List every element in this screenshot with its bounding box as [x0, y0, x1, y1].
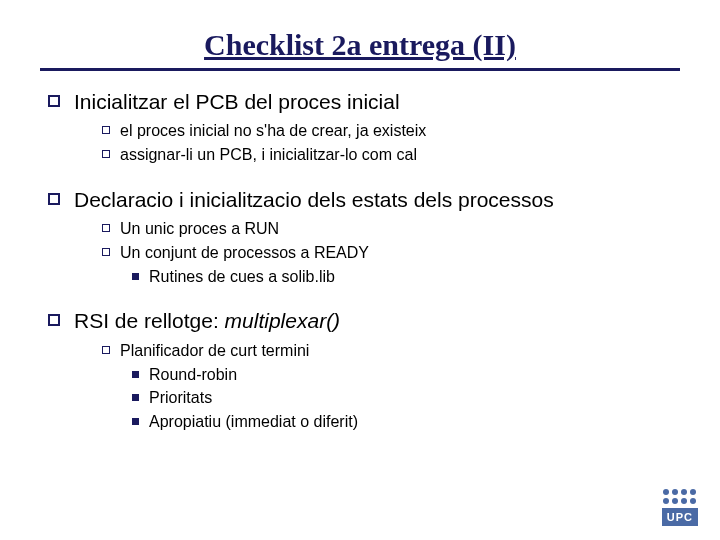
- bullet-level1: Declaracio i inicialitzacio dels estats …: [40, 187, 680, 213]
- bullet-text: Un unic proces a RUN: [120, 219, 279, 240]
- bullet-text: Planificador de curt termini: [120, 341, 309, 362]
- bullet-level2: assignar-li un PCB, i inicialitzar-lo co…: [102, 145, 680, 166]
- upc-logo: UPC: [662, 489, 698, 526]
- bullet-level3: Apropiatiu (immediat o diferit): [132, 412, 680, 433]
- square-bullet-small-icon: [102, 346, 110, 354]
- square-bullet-icon: [48, 314, 60, 326]
- bullet-text: Prioritats: [149, 388, 212, 409]
- filled-square-bullet-icon: [132, 418, 139, 425]
- filled-square-bullet-icon: [132, 394, 139, 401]
- bullet-level2: el proces inicial no s'ha de crear, ja e…: [102, 121, 680, 142]
- bullet-level2: Un conjunt de processos a READY: [102, 243, 680, 264]
- bullet-text: el proces inicial no s'ha de crear, ja e…: [120, 121, 426, 142]
- bullet-level2: Planificador de curt termini: [102, 341, 680, 362]
- square-bullet-small-icon: [102, 224, 110, 232]
- filled-square-bullet-icon: [132, 371, 139, 378]
- bullet-level1: Inicialitzar el PCB del proces inicial: [40, 89, 680, 115]
- bullet-level3: Round-robin: [132, 365, 680, 386]
- bullet-level3: Rutines de cues a solib.lib: [132, 267, 680, 288]
- text-italic: multiplexar(): [225, 309, 341, 332]
- logo-dots-icon: [662, 489, 698, 504]
- bullet-text: RSI de rellotge: multiplexar(): [74, 308, 340, 334]
- bullet-level2: Un unic proces a RUN: [102, 219, 680, 240]
- bullet-text: Declaracio i inicialitzacio dels estats …: [74, 187, 554, 213]
- square-bullet-small-icon: [102, 126, 110, 134]
- bullet-level3: Prioritats: [132, 388, 680, 409]
- bullet-text: assignar-li un PCB, i inicialitzar-lo co…: [120, 145, 417, 166]
- title-rule: [40, 68, 680, 71]
- bullet-level1: RSI de rellotge: multiplexar(): [40, 308, 680, 334]
- square-bullet-small-icon: [102, 150, 110, 158]
- logo-text: UPC: [662, 508, 698, 526]
- slide: Checklist 2a entrega (II) Inicialitzar e…: [0, 0, 720, 456]
- bullet-text: Round-robin: [149, 365, 237, 386]
- bullet-text: Rutines de cues a solib.lib: [149, 267, 335, 288]
- bullet-text: Apropiatiu (immediat o diferit): [149, 412, 358, 433]
- square-bullet-icon: [48, 95, 60, 107]
- slide-title: Checklist 2a entrega (II): [40, 28, 680, 62]
- filled-square-bullet-icon: [132, 273, 139, 280]
- bullet-text: Inicialitzar el PCB del proces inicial: [74, 89, 400, 115]
- square-bullet-icon: [48, 193, 60, 205]
- bullet-text: Un conjunt de processos a READY: [120, 243, 369, 264]
- text-prefix: RSI de rellotge:: [74, 309, 225, 332]
- square-bullet-small-icon: [102, 248, 110, 256]
